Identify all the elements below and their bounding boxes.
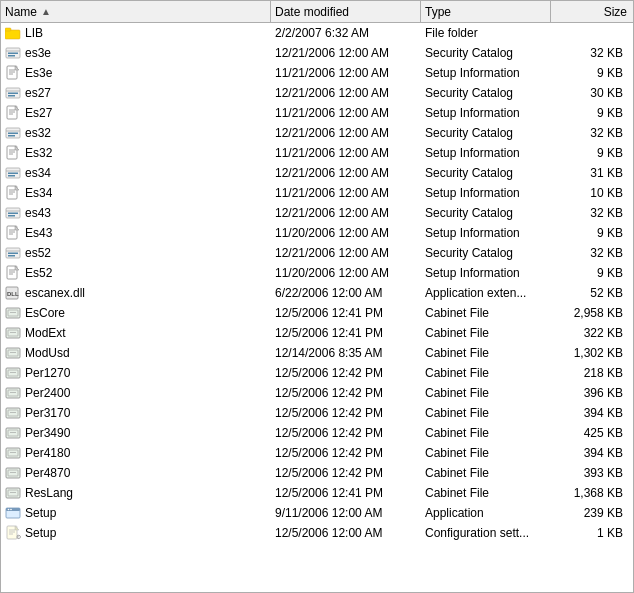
file-type-cell: Cabinet File [421, 403, 551, 423]
file-name-cell: Per3170 [1, 403, 271, 423]
file-size-cell: 30 KB [551, 83, 631, 103]
file-name-cell: Es32 [1, 143, 271, 163]
file-name-text: Per4180 [25, 446, 70, 460]
table-row[interactable]: Setup 9/11/2006 12:00 AM Application 239… [1, 503, 633, 523]
table-row[interactable]: Per3490 12/5/2006 12:42 PM Cabinet File … [1, 423, 633, 443]
table-row[interactable]: es34 12/21/2006 12:00 AM Security Catalo… [1, 163, 633, 183]
table-row[interactable]: Per4180 12/5/2006 12:42 PM Cabinet File … [1, 443, 633, 463]
table-row[interactable]: LIB 2/2/2007 6:32 AM File folder [1, 23, 633, 43]
header-date[interactable]: Date modified [271, 1, 421, 22]
table-row[interactable]: es52 12/21/2006 12:00 AM Security Catalo… [1, 243, 633, 263]
svg-text:⚙: ⚙ [16, 534, 21, 540]
file-date-cell: 12/5/2006 12:41 PM [271, 483, 421, 503]
table-row[interactable]: ModUsd 12/14/2006 8:35 AM Cabinet File 1… [1, 343, 633, 363]
file-name-cell: EsCore [1, 303, 271, 323]
file-date-cell: 12/21/2006 12:00 AM [271, 123, 421, 143]
security-icon [5, 165, 21, 181]
header-type[interactable]: Type [421, 1, 551, 22]
file-date-cell: 6/22/2006 12:00 AM [271, 283, 421, 303]
file-type-cell: Security Catalog [421, 43, 551, 63]
cabinet-icon [5, 325, 21, 341]
file-size-cell: 52 KB [551, 283, 631, 303]
table-row[interactable]: Es3e 11/21/2006 12:00 AM Setup Informati… [1, 63, 633, 83]
file-type-cell: Cabinet File [421, 363, 551, 383]
security-icon [5, 245, 21, 261]
file-name-text: Per4870 [25, 466, 70, 480]
security-icon [5, 85, 21, 101]
file-type-cell: Security Catalog [421, 243, 551, 263]
table-row[interactable]: Es27 11/21/2006 12:00 AM Setup Informati… [1, 103, 633, 123]
file-size-cell: 10 KB [551, 183, 631, 203]
file-size-cell: 32 KB [551, 43, 631, 63]
table-row[interactable]: ⚙ Setup 12/5/2006 12:00 AM Configuration… [1, 523, 633, 543]
file-type-cell: Setup Information [421, 63, 551, 83]
file-name-text: Per2400 [25, 386, 70, 400]
column-headers: Name ▲ Date modified Type Size [1, 1, 633, 23]
file-name-cell: Per3490 [1, 423, 271, 443]
header-name[interactable]: Name ▲ [1, 1, 271, 22]
table-row[interactable]: Per1270 12/5/2006 12:42 PM Cabinet File … [1, 363, 633, 383]
file-date-cell: 11/21/2006 12:00 AM [271, 63, 421, 83]
file-date-cell: 12/21/2006 12:00 AM [271, 43, 421, 63]
file-name-cell: es3e [1, 43, 271, 63]
file-name-cell: ModExt [1, 323, 271, 343]
file-name-text: Es27 [25, 106, 52, 120]
table-row[interactable]: Es34 11/21/2006 12:00 AM Setup Informati… [1, 183, 633, 203]
file-name-cell: Es27 [1, 103, 271, 123]
file-name-cell: LIB [1, 23, 271, 43]
file-size-cell: 396 KB [551, 383, 631, 403]
table-row[interactable]: es32 12/21/2006 12:00 AM Security Catalo… [1, 123, 633, 143]
file-size-cell: 1,302 KB [551, 343, 631, 363]
table-row[interactable]: ModExt 12/5/2006 12:41 PM Cabinet File 3… [1, 323, 633, 343]
file-name-text: EsCore [25, 306, 65, 320]
file-name-cell: Per4870 [1, 463, 271, 483]
file-size-cell: 322 KB [551, 323, 631, 343]
file-name-cell: ResLang [1, 483, 271, 503]
file-size-cell: 239 KB [551, 503, 631, 523]
file-name-cell: DLL escanex.dll [1, 283, 271, 303]
file-name-cell: Per4180 [1, 443, 271, 463]
file-date-cell: 12/14/2006 8:35 AM [271, 343, 421, 363]
cabinet-icon [5, 445, 21, 461]
file-type-cell: Security Catalog [421, 203, 551, 223]
table-row[interactable]: es27 12/21/2006 12:00 AM Security Catalo… [1, 83, 633, 103]
file-date-cell: 12/5/2006 12:42 PM [271, 463, 421, 483]
file-date-cell: 12/5/2006 12:42 PM [271, 423, 421, 443]
table-row[interactable]: ResLang 12/5/2006 12:41 PM Cabinet File … [1, 483, 633, 503]
table-row[interactable]: es3e 12/21/2006 12:00 AM Security Catalo… [1, 43, 633, 63]
file-name-text: Es3e [25, 66, 52, 80]
file-date-cell: 9/11/2006 12:00 AM [271, 503, 421, 523]
table-row[interactable]: Per2400 12/5/2006 12:42 PM Cabinet File … [1, 383, 633, 403]
file-name-cell: es52 [1, 243, 271, 263]
file-size-cell: 1 KB [551, 523, 631, 543]
cabinet-icon [5, 305, 21, 321]
header-size[interactable]: Size [551, 1, 631, 22]
file-name-text: es32 [25, 126, 51, 140]
svg-point-91 [10, 509, 12, 511]
file-name-cell: Setup [1, 503, 271, 523]
table-row[interactable]: EsCore 12/5/2006 12:41 PM Cabinet File 2… [1, 303, 633, 323]
file-name-text: ResLang [25, 486, 73, 500]
file-name-text: Per3170 [25, 406, 70, 420]
file-name-text: es52 [25, 246, 51, 260]
table-row[interactable]: Es52 11/20/2006 12:00 AM Setup Informati… [1, 263, 633, 283]
svg-rect-40 [8, 213, 18, 215]
file-name-cell: Per2400 [1, 383, 271, 403]
file-name-cell: Es52 [1, 263, 271, 283]
file-date-cell: 11/21/2006 12:00 AM [271, 103, 421, 123]
table-row[interactable]: Es32 11/21/2006 12:00 AM Setup Informati… [1, 143, 633, 163]
table-row[interactable]: es43 12/21/2006 12:00 AM Security Catalo… [1, 203, 633, 223]
config-icon: ⚙ [5, 525, 21, 541]
table-row[interactable]: Per4870 12/5/2006 12:42 PM Cabinet File … [1, 463, 633, 483]
file-type-cell: Cabinet File [421, 483, 551, 503]
table-row[interactable]: Es43 11/20/2006 12:00 AM Setup Informati… [1, 223, 633, 243]
table-row[interactable]: Per3170 12/5/2006 12:42 PM Cabinet File … [1, 403, 633, 423]
file-size-cell: 32 KB [551, 203, 631, 223]
svg-rect-50 [8, 255, 15, 257]
cabinet-icon [5, 485, 21, 501]
file-list-container[interactable]: Name ▲ Date modified Type Size LIB 2/2/2… [0, 0, 634, 593]
file-type-cell: Application [421, 503, 551, 523]
table-row[interactable]: DLL escanex.dll 6/22/2006 12:00 AM Appli… [1, 283, 633, 303]
svg-rect-4 [8, 53, 18, 55]
file-size-cell [551, 23, 631, 43]
